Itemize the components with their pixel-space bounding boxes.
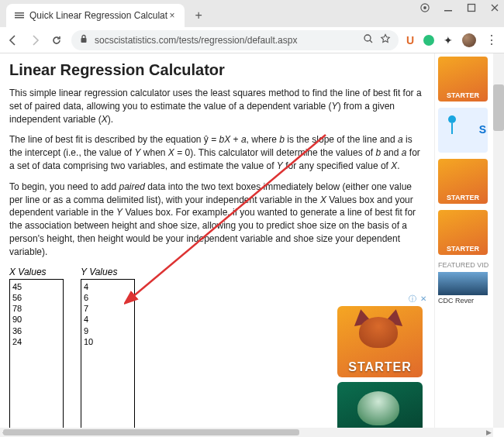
rail-ad-blue[interactable] — [438, 108, 488, 153]
nav-forward-icon[interactable] — [28, 33, 42, 47]
featured-video-thumb[interactable] — [438, 272, 488, 295]
intro-paragraph-1: This simple linear regression calculator… — [9, 87, 425, 126]
svg-rect-2 — [15, 17, 24, 19]
svg-point-10 — [364, 35, 371, 41]
x-values-input[interactable] — [9, 279, 64, 428]
page-title: Linear Regression Calculator — [9, 61, 425, 79]
rail-ad-starter-3[interactable] — [438, 210, 488, 255]
extension-green-icon[interactable] — [423, 35, 434, 46]
ad-creator[interactable]: CREATOR CONTENT — [337, 382, 423, 428]
svg-rect-6 — [468, 5, 475, 12]
profile-avatar[interactable] — [462, 33, 476, 47]
svg-rect-1 — [15, 15, 24, 16]
browser-tab-active[interactable]: Quick Linear Regression Calculat × — [6, 4, 185, 27]
address-bar-url: socscistatistics.com/tests/regression/de… — [95, 35, 357, 46]
tab-title: Quick Linear Regression Calculat — [29, 10, 167, 21]
window-minimize-icon[interactable] — [444, 3, 453, 12]
svg-rect-0 — [15, 12, 24, 14]
y-values-column: Y Values — [81, 267, 135, 428]
svg-line-11 — [370, 40, 372, 43]
extension-icons: U ✦ ⋮ — [406, 33, 498, 47]
svg-rect-5 — [444, 10, 452, 12]
stickman-icon — [444, 115, 460, 143]
ad-starter[interactable]: STARTER — [337, 306, 423, 377]
lock-icon — [79, 34, 88, 46]
window-maximize-icon[interactable] — [467, 3, 476, 12]
horizontal-scrollbar[interactable]: ◀ ▶ — [0, 428, 493, 437]
bookmark-star-icon[interactable] — [380, 33, 391, 46]
new-tab-button[interactable]: + — [189, 6, 208, 25]
featured-video-title: CDC Rever — [438, 297, 489, 305]
fox-mascot-icon — [351, 311, 406, 353]
address-bar[interactable]: socscistatistics.com/tests/regression/de… — [71, 30, 399, 50]
vertical-scrollbar-thumb[interactable] — [493, 84, 504, 131]
nav-reload-icon[interactable] — [50, 33, 64, 47]
horizontal-scrollbar-thumb[interactable] — [3, 429, 299, 435]
account-indicator-icon[interactable] — [420, 3, 430, 12]
ad-info[interactable]: ⓘ ✕ — [337, 294, 426, 305]
browser-titlebar: Quick Linear Regression Calculat × + — [0, 0, 504, 27]
hscroll-right-icon[interactable]: ▶ — [484, 428, 493, 436]
rail-ad-starter-1[interactable] — [438, 57, 488, 102]
x-values-column: X Values — [9, 267, 64, 428]
featured-video-heading: FEATURED VID — [438, 261, 489, 269]
extension-u-icon[interactable]: U — [406, 34, 414, 46]
x-values-label: X Values — [9, 267, 64, 277]
tab-close-icon[interactable]: × — [167, 11, 177, 20]
extensions-menu-icon[interactable]: ✦ — [444, 34, 453, 46]
right-rail: FEATURED VID CDC Rever — [434, 53, 492, 428]
ad-block: ⓘ ✕ STARTER CREATOR CONTENT — [337, 294, 426, 428]
intro-paragraph-2: The line of best fit is described by the… — [9, 133, 425, 172]
intro-paragraph-3: To begin, you need to add paired data in… — [9, 181, 425, 259]
svg-rect-9 — [81, 38, 87, 43]
vertical-scrollbar[interactable] — [493, 53, 504, 428]
tiger-mascot-icon — [351, 387, 406, 428]
y-values-input[interactable] — [81, 279, 135, 428]
zoom-icon[interactable] — [363, 33, 374, 46]
browser-toolbar: socscistatistics.com/tests/regression/de… — [0, 27, 504, 53]
tab-favicon — [14, 10, 25, 21]
y-values-label: Y Values — [81, 267, 135, 277]
rail-ad-starter-2[interactable] — [438, 159, 488, 204]
page-content: Linear Regression Calculator This simple… — [0, 53, 434, 428]
nav-back-icon[interactable] — [6, 33, 20, 47]
window-close-icon[interactable] — [490, 3, 499, 12]
browser-menu-icon[interactable]: ⋮ — [485, 33, 498, 47]
svg-point-4 — [423, 6, 426, 9]
